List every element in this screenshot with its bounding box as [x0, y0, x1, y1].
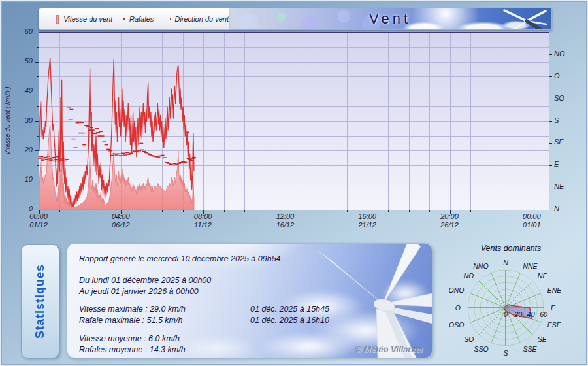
svg-text:O: O	[455, 304, 461, 312]
x-axis-tick-label: 00:0001/01	[510, 212, 554, 229]
x-axis-tick-label: 16:0021/12	[345, 212, 389, 229]
max-speed-date: 01 déc. 2025 à 15h45	[250, 305, 329, 314]
x-axis-tick-label: 04:0006/12	[99, 212, 143, 229]
x-axis-tick-label: 00:0001/12	[16, 212, 61, 229]
svg-text:40: 40	[527, 310, 535, 318]
direction-axis-tick-label: O	[554, 72, 576, 80]
header-banner: Vent	[229, 8, 552, 30]
svg-text:SSO: SSO	[474, 345, 488, 353]
direction-axis-tick-label: SE	[554, 138, 576, 146]
y-axis-tick-label: 30	[16, 116, 33, 124]
direction-axis-tick-label: NO	[554, 50, 576, 58]
svg-text:ONO: ONO	[448, 286, 464, 294]
svg-text:SE: SE	[538, 335, 547, 343]
svg-text:SSE: SSE	[523, 345, 537, 353]
max-gust-value: Rafale maximale : 51.5 km/h	[79, 316, 182, 325]
y-axis-tick-label: 20	[16, 146, 33, 154]
svg-text:ENE: ENE	[547, 286, 563, 294]
legend-label-direction: Direction du vent	[174, 15, 229, 23]
svg-text:NO: NO	[463, 272, 474, 280]
max-speed-line: Vitesse maximale : 29.0 km/h 01 déc. 202…	[79, 305, 419, 314]
direction-axis-tick-label: SO	[554, 94, 576, 102]
svg-text:N: N	[503, 259, 508, 267]
gust-line-icon	[123, 18, 125, 20]
page-title: Vent	[369, 10, 411, 27]
period-from-line: Du lundi 01 décembre 2025 à 00h00	[79, 276, 419, 285]
report-generated-line: Rapport généré le mercredi 10 décembre 2…	[79, 254, 419, 263]
svg-text:NE: NE	[538, 272, 548, 280]
wind-report-page: Vitesse du vent Rafales Direction du ven…	[0, 0, 588, 366]
wind-chart-plot	[39, 32, 549, 210]
wind-rose-title: Vents dominants	[452, 244, 570, 253]
direction-dash-marker-icon	[170, 18, 171, 20]
svg-text:NNO: NNO	[473, 262, 488, 270]
max-gust-line: Rafale maximale : 51.5 km/h 01 déc. 2025…	[79, 316, 419, 325]
y-axis-tick-label: 60	[16, 27, 33, 35]
wind-speed-area-swatch-icon	[56, 15, 59, 24]
direction-axis-tick-label: NE	[554, 182, 576, 190]
svg-text:60: 60	[540, 310, 547, 318]
period-to-line: Au jeudi 01 janvier 2026 à 00h00	[79, 287, 419, 296]
legend-label-gusts: Rafales	[129, 15, 154, 23]
banner-turbine-icon	[500, 9, 547, 30]
y-axis-tick-label: 0	[16, 205, 33, 212]
wind-chart-svg	[39, 33, 549, 210]
statistics-panel: Rapport généré le mercredi 10 décembre 2…	[67, 243, 433, 358]
y-axis-title: Vitesse du vent ( km/h )	[4, 32, 13, 210]
svg-text:OSO: OSO	[449, 321, 464, 329]
y-axis-tick-label: 50	[16, 57, 33, 65]
watermark: © Météo Villarzel	[355, 344, 423, 354]
statistics-text-block: Rapport généré le mercredi 10 décembre 2…	[79, 244, 419, 358]
x-axis-tick-label: 12:0016/12	[263, 212, 307, 229]
y-axis-tick-label: 10	[16, 175, 33, 183]
x-axis-tick-label: 08:0011/12	[181, 212, 225, 229]
wind-rose-chart: NNNENEENEEESESESSESSSOSOOSOOONONONNO0204…	[452, 256, 570, 363]
legend-label-wind-speed: Vitesse du vent	[63, 15, 112, 23]
svg-text:S: S	[503, 349, 508, 357]
max-speed-value: Vitesse maximale : 29.0 km/h	[79, 305, 186, 314]
chart-legend: Vitesse du vent Rafales Direction du ven…	[39, 8, 229, 30]
x-axis-tick-label: 20:0026/12	[427, 212, 472, 229]
direction-axis-tick-label: N	[554, 205, 576, 212]
statistics-tab-label: Statistiques	[33, 264, 47, 339]
direction-axis-tick-label: E	[554, 160, 576, 168]
avg-speed-line: Vitesse moyenne : 6.0 km/h	[79, 334, 419, 343]
statistics-tab: Statistiques	[21, 244, 59, 358]
svg-text:SO: SO	[464, 335, 474, 343]
max-gust-date: 01 déc. 2025 à 16h10	[250, 316, 329, 325]
svg-text:ESE: ESE	[547, 321, 562, 329]
svg-text:0: 0	[504, 310, 508, 318]
svg-text:20: 20	[514, 310, 522, 318]
svg-text:E: E	[551, 304, 556, 312]
svg-text:NNE: NNE	[523, 262, 538, 270]
direction-axis-tick-label: S	[554, 116, 576, 124]
y-axis-tick-label: 40	[16, 86, 33, 94]
